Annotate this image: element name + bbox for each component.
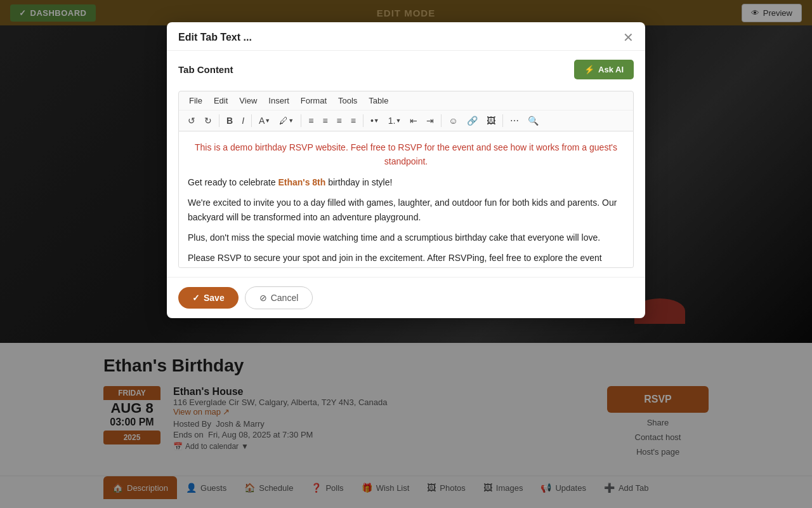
menu-edit[interactable]: Edit bbox=[209, 94, 233, 107]
tab-content-header: Tab Content ⚡ Ask AI bbox=[178, 60, 634, 86]
toolbar-sep-2 bbox=[251, 114, 252, 127]
align-right-button[interactable]: ≡ bbox=[333, 113, 346, 128]
link-button[interactable]: 🔗 bbox=[463, 113, 481, 128]
toolbar-sep-4 bbox=[363, 114, 363, 127]
image-button[interactable]: 🖼 bbox=[483, 113, 499, 128]
lightning-icon: ⚡ bbox=[584, 65, 594, 74]
menu-tools[interactable]: Tools bbox=[333, 94, 362, 107]
cancel-button[interactable]: ⊘ Cancel bbox=[245, 286, 313, 309]
undo-button[interactable]: ↺ bbox=[184, 113, 199, 128]
emoji-button[interactable]: ☺ bbox=[445, 113, 461, 128]
highlight-name: Ethan's 8th bbox=[278, 177, 325, 187]
demo-notice: This is a demo birthday RSVP website. Fe… bbox=[188, 140, 624, 169]
edit-tab-modal: Edit Tab Text ... ✕ Tab Content ⚡ Ask AI… bbox=[167, 22, 645, 318]
justify-button[interactable]: ≡ bbox=[347, 113, 360, 128]
checkmark-icon: ✓ bbox=[192, 293, 200, 303]
toolbar-sep-6 bbox=[502, 114, 503, 127]
modal-title: Edit Tab Text ... bbox=[178, 32, 252, 43]
menu-insert[interactable]: Insert bbox=[263, 94, 294, 107]
tab-content-label: Tab Content bbox=[178, 64, 233, 75]
font-color-button[interactable]: A ▼ bbox=[255, 113, 274, 128]
cancel-icon: ⊘ bbox=[259, 293, 267, 303]
bold-button[interactable]: B bbox=[223, 113, 237, 128]
align-center-button[interactable]: ≡ bbox=[318, 113, 331, 128]
modal-footer: ✓ Save ⊘ Cancel bbox=[167, 277, 645, 318]
toolbar-menu: File Edit View Insert Format Tools Table bbox=[179, 91, 633, 110]
toolbar-sep-3 bbox=[301, 114, 301, 127]
menu-format[interactable]: Format bbox=[296, 94, 332, 107]
toolbar-sep-5 bbox=[441, 114, 442, 127]
after-highlight: birthday in style! bbox=[325, 177, 392, 187]
numbered-list-button[interactable]: 1. ▼ bbox=[384, 113, 405, 128]
cancel-label: Cancel bbox=[271, 293, 299, 303]
outdent-button[interactable]: ⇤ bbox=[406, 113, 421, 128]
modal-close-button[interactable]: ✕ bbox=[623, 31, 634, 44]
ask-ai-label: Ask AI bbox=[598, 65, 624, 74]
paragraph-1: We're excited to invite you to a day fil… bbox=[188, 196, 624, 224]
toolbar-buttons: ↺ ↻ B I A ▼ 🖊 ▼ ≡ ≡ ≡ ≡ • ▼ 1. ▼ ⇤ ⇥ ☺ bbox=[179, 110, 633, 131]
editor-toolbar: File Edit View Insert Format Tools Table… bbox=[178, 91, 634, 131]
align-left-button[interactable]: ≡ bbox=[304, 113, 317, 128]
menu-view[interactable]: View bbox=[234, 94, 262, 107]
highlight-button[interactable]: 🖊 ▼ bbox=[275, 113, 298, 128]
save-button[interactable]: ✓ Save bbox=[178, 287, 239, 309]
menu-table[interactable]: Table bbox=[363, 94, 393, 107]
search-button[interactable]: 🔍 bbox=[524, 113, 542, 128]
ask-ai-button[interactable]: ⚡ Ask AI bbox=[574, 60, 634, 79]
intro-paragraph: Get ready to celebrate Ethan's 8th birth… bbox=[188, 175, 624, 189]
toolbar-sep-1 bbox=[219, 114, 219, 127]
editor-content[interactable]: This is a demo birthday RSVP website. Fe… bbox=[178, 131, 634, 268]
modal-header: Edit Tab Text ... ✕ bbox=[167, 22, 645, 51]
modal-body: Tab Content ⚡ Ask AI File Edit View Inse… bbox=[167, 51, 645, 277]
paragraph-2: Plus, don't miss the special movie watch… bbox=[188, 231, 624, 244]
more-button[interactable]: ⋯ bbox=[506, 113, 523, 128]
bullet-list-button[interactable]: • ▼ bbox=[367, 113, 383, 128]
save-label: Save bbox=[204, 293, 225, 303]
menu-file[interactable]: File bbox=[184, 94, 207, 107]
redo-button[interactable]: ↻ bbox=[200, 113, 216, 128]
indent-button[interactable]: ⇥ bbox=[422, 113, 438, 128]
italic-button[interactable]: I bbox=[238, 113, 248, 128]
paragraph-3: Please RSVP to secure your spot and join… bbox=[188, 251, 624, 268]
intro-text: Get ready to celebrate bbox=[188, 177, 278, 187]
